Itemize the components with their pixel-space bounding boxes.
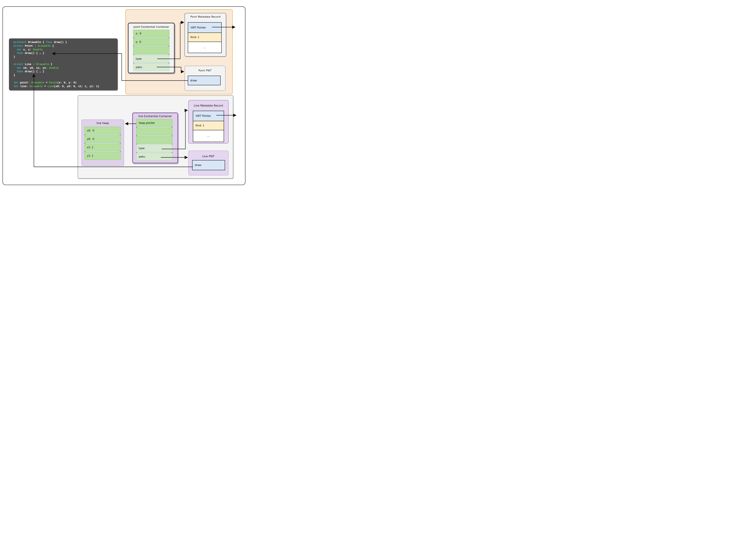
memory-row-y: y: 0 <box>133 38 169 46</box>
memory-row-type: type: <box>136 145 172 152</box>
code-token: Line <box>48 85 54 88</box>
point-metadata-record: Point Metadata Record VWT Pointer Kind: … <box>184 13 226 57</box>
code-token: struct <box>13 45 23 48</box>
code-token: Drawable <box>36 63 49 66</box>
memory-row-empty <box>136 136 172 144</box>
code-token: Drawable <box>31 81 44 84</box>
memory-row-x: x: 0 <box>133 30 169 38</box>
code-token: Double <box>33 48 43 51</box>
code-token: (x: 0, y: 0) <box>57 81 76 84</box>
code-token: = <box>44 81 49 84</box>
vwt-pointer-row: VWT Pointer <box>193 111 224 121</box>
code-token: var <box>17 67 21 70</box>
code-token <box>13 52 17 55</box>
line-container-rows: heap pointer type: pwts: <box>136 119 172 161</box>
code-token: draw() { … } <box>23 52 44 55</box>
swift-code-block: protocol Drawable { func draw() }struct … <box>9 39 118 90</box>
code-token: Double <box>49 67 59 70</box>
line-metadata-record-title: Line Metadata Record <box>189 104 228 107</box>
code-token: x, y: <box>21 48 33 51</box>
code-token: var <box>17 48 21 51</box>
line-existential-container: line Existential Container heap pointer … <box>132 112 178 163</box>
code-token: let <box>13 81 18 84</box>
code-token: (x0: 0, y0: 0, x1: 1, y1: 1) <box>54 85 99 88</box>
point-metadata-table: VWT Pointer Kind: 1 ... <box>188 22 222 53</box>
point-existential-container-title: point Existential Container <box>128 25 174 29</box>
code-token: draw() { … } <box>23 70 44 73</box>
code-token <box>13 70 17 73</box>
ellipsis-row: ... <box>193 130 224 142</box>
line-heap-rows: x0: 0 y0: 0 x1: 1 y1: 1 <box>85 127 121 160</box>
code-token: Point <box>49 81 57 84</box>
code-token: draw() } <box>52 41 67 44</box>
line-existential-container-title: line Existential Container <box>133 115 177 118</box>
point-existential-container: point Existential Container x: 0 y: 0 ty… <box>128 22 175 73</box>
memory-row-x0: x0: 0 <box>85 127 121 134</box>
kind-row: Kind: 1 <box>188 33 221 42</box>
code-token: { <box>49 63 52 66</box>
line-pwt-title: Line PWT <box>189 155 228 158</box>
code-token: } <box>13 55 15 58</box>
code-token <box>13 48 17 51</box>
memory-row-pwts: pwts: <box>136 153 172 161</box>
code-token: point: <box>18 81 31 84</box>
swift-code: protocol Drawable { func draw() }struct … <box>9 39 118 88</box>
diagram-canvas: { "colors": { "keyword": "#38b9c6", "typ… <box>0 0 247 187</box>
memory-row-empty <box>133 47 169 54</box>
code-token: Line : <box>23 63 36 66</box>
point-container-rows: x: 0 y: 0 type: pwts: <box>133 30 169 71</box>
line-heap-box: line heap x0: 0 y0: 0 x1: 1 y1: 1 <box>82 119 124 166</box>
code-token <box>13 67 17 70</box>
code-token: protocol <box>13 41 26 44</box>
line-pwt-draw-row: draw: <box>192 160 225 170</box>
code-token: struct <box>13 63 23 66</box>
kind-row: Kind: 1 <box>193 121 224 130</box>
code-token: x0, y0, x1, y1: <box>21 67 49 70</box>
code-token: func <box>17 70 23 73</box>
memory-row-heap-pointer: heap pointer <box>136 119 172 127</box>
line-pwt-box: Line PWT draw: <box>188 151 228 175</box>
code-token: line: <box>18 85 30 88</box>
code-token: func <box>17 52 23 55</box>
code-token: let <box>13 85 18 88</box>
memory-row-x1: x1: 1 <box>85 144 121 151</box>
code-token: = <box>43 85 48 88</box>
code-token: Drawable <box>38 45 51 48</box>
line-heap-title: line heap <box>82 122 124 125</box>
memory-row-pwts: pwts: <box>133 63 169 71</box>
code-token: func <box>46 41 52 44</box>
code-token: } <box>13 74 15 77</box>
line-metadata-table: VWT Pointer Kind: 1 ... <box>193 111 224 142</box>
point-pwt-title: Point PWT <box>185 69 225 72</box>
code-token: { <box>51 45 54 48</box>
code-token: Point : <box>23 45 38 48</box>
code-token: Drawable { <box>26 41 46 44</box>
memory-row-empty <box>136 127 172 135</box>
vwt-pointer-row: VWT Pointer <box>188 22 221 33</box>
memory-row-y1: y1: 1 <box>85 152 121 160</box>
code-token: Drawable <box>30 85 43 88</box>
memory-row-type: type: <box>133 55 169 63</box>
point-metadata-record-title: Point Metadata Record <box>185 15 226 18</box>
memory-row-y0: y0: 0 <box>85 135 121 143</box>
point-pwt-draw-row: draw: <box>188 76 221 85</box>
ellipsis-row: ... <box>188 42 221 53</box>
line-metadata-record: Line Metadata Record VWT Pointer Kind: 1… <box>188 100 228 144</box>
point-pwt-box: Point PWT draw: <box>184 66 225 91</box>
